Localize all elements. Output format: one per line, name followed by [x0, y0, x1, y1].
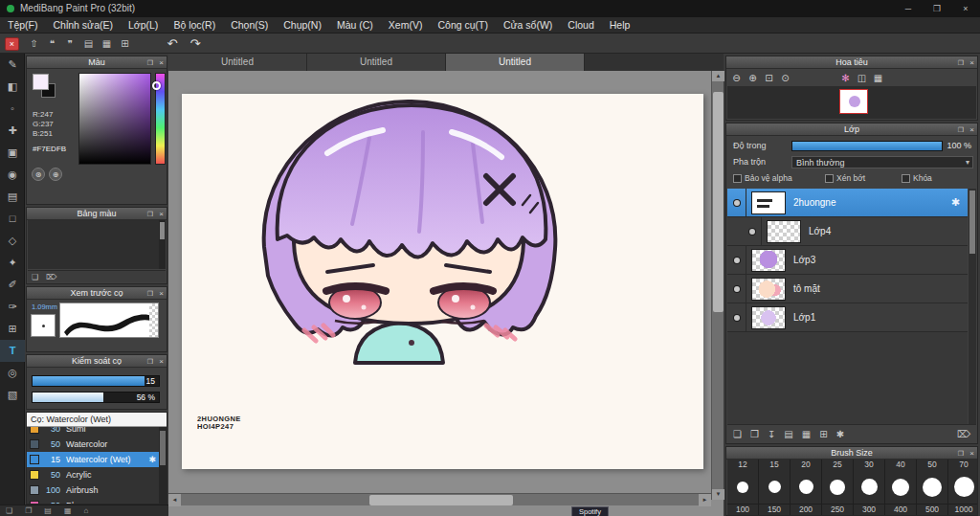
text-tool[interactable]: T: [0, 340, 25, 362]
fit-window-icon[interactable]: ⊡: [761, 72, 777, 85]
close-panel-icon[interactable]: ×: [159, 208, 164, 220]
brush-size-option[interactable]: 500: [917, 505, 947, 516]
status-icon-1[interactable]: ❏: [6, 505, 12, 516]
menu-color[interactable]: Màu (C): [329, 17, 381, 33]
zoom-out-icon[interactable]: ⊖: [728, 72, 745, 85]
layer-settings-gear-icon[interactable]: ✱: [951, 196, 960, 209]
undo-button[interactable]: ↶: [161, 36, 184, 52]
magic-wand-tool[interactable]: ✦: [0, 252, 25, 274]
navigator-preview-area[interactable]: [727, 86, 976, 119]
brush-settings-gear-icon[interactable]: ✱: [148, 455, 156, 464]
scroll-down-arrow[interactable]: ▼: [712, 489, 724, 500]
brush-size-option[interactable]: 50: [917, 460, 947, 504]
layer-row[interactable]: Lớp3: [727, 246, 968, 275]
zoom-actual-icon[interactable]: ⊙: [777, 72, 793, 85]
saturation-value-picker[interactable]: [78, 73, 151, 165]
menu-tools[interactable]: Công cụ(T): [430, 17, 496, 33]
maximize-button[interactable]: ❐: [923, 0, 951, 17]
layer-row[interactable]: tô mặt: [727, 275, 968, 303]
menu-snap[interactable]: Chụp(N): [276, 17, 329, 33]
layer-visibility-toggle[interactable]: [727, 275, 746, 303]
layer-list-scrollbar[interactable]: [969, 189, 976, 425]
status-icon-4[interactable]: ▦: [64, 505, 72, 516]
brush-size-option[interactable]: 250: [822, 505, 853, 516]
layer-row[interactable]: Lớp4: [727, 217, 968, 246]
layer-visibility-toggle[interactable]: [727, 246, 746, 275]
popout-icon[interactable]: ❐: [147, 208, 153, 220]
new-layer-icon[interactable]: ❏: [733, 429, 742, 439]
grid-view-icon[interactable]: ▦: [870, 72, 886, 85]
close-document-button[interactable]: ×: [5, 37, 19, 51]
duplicate-layer-icon[interactable]: ❐: [750, 429, 759, 439]
vertical-scroll-thumb[interactable]: [713, 92, 724, 312]
brush-size-option[interactable]: 1000: [948, 505, 978, 516]
menu-edit[interactable]: Chỉnh sửa(E): [46, 17, 121, 33]
brush-item[interactable]: 50 Watercolor: [27, 437, 159, 452]
brush-size-option[interactable]: 40: [885, 460, 916, 504]
menu-select[interactable]: Chọn(S): [223, 17, 276, 33]
tab-untitled-3-active[interactable]: Untitled: [446, 54, 585, 71]
delete-palette-icon[interactable]: ⌦: [46, 271, 56, 282]
close-panel-icon[interactable]: ×: [159, 56, 164, 69]
brush-size-option[interactable]: 12: [727, 460, 758, 504]
lasso-tool[interactable]: ◇: [0, 230, 25, 252]
close-panel-icon[interactable]: ×: [969, 123, 974, 136]
brush-item[interactable]: 100 Airbrush: [27, 482, 159, 498]
brush-size-option[interactable]: 30: [854, 460, 884, 504]
menu-help[interactable]: Help: [602, 17, 638, 33]
layer-visibility-toggle[interactable]: [727, 189, 746, 217]
brush-size-option[interactable]: 15: [759, 460, 790, 504]
color-wheel-icon[interactable]: ⊛: [32, 168, 45, 181]
list-icon[interactable]: ▦: [98, 36, 116, 52]
close-panel-icon[interactable]: ×: [159, 355, 164, 368]
fill-tool[interactable]: ▣: [0, 142, 25, 164]
popout-icon[interactable]: ❐: [958, 123, 964, 136]
close-panel-icon[interactable]: ×: [969, 447, 974, 460]
popout-icon[interactable]: ❐: [147, 355, 153, 368]
menu-cloud[interactable]: Cloud: [560, 17, 601, 33]
operation-tool[interactable]: ⊞: [0, 318, 25, 340]
bucket-tool[interactable]: ◉: [0, 164, 25, 186]
navigator-thumbnail[interactable]: [839, 89, 868, 114]
menu-view[interactable]: Xem(V): [381, 17, 431, 33]
brush-size-option[interactable]: 400: [885, 505, 916, 516]
lock-checkbox[interactable]: Khóa: [902, 173, 932, 183]
foreground-color-swatch[interactable]: [33, 74, 49, 90]
comment-icon[interactable]: ❝: [43, 36, 61, 52]
transfer-layer-icon[interactable]: ↧: [768, 429, 775, 439]
brush-size-slider[interactable]: 15: [32, 375, 160, 387]
layer-visibility-toggle[interactable]: [743, 217, 762, 246]
protect-alpha-checkbox[interactable]: Bảo vệ alpha: [733, 173, 792, 183]
add-color-icon[interactable]: ⊕: [49, 168, 62, 181]
tab-untitled-1[interactable]: Untitled: [168, 54, 307, 71]
hand-tool[interactable]: ▧: [0, 384, 25, 406]
layer-settings-icon[interactable]: ✱: [836, 429, 844, 439]
spotify-taskbar-button[interactable]: Spotify: [571, 506, 609, 516]
comment-add-icon[interactable]: ❞: [61, 36, 79, 52]
brush-list-scrollbar[interactable]: [159, 427, 167, 504]
brush-size-option[interactable]: 300: [854, 505, 884, 516]
scroll-right-arrow[interactable]: ►: [699, 494, 711, 506]
gradient-tool[interactable]: ▤: [0, 186, 25, 208]
clipping-checkbox[interactable]: Xén bớt: [825, 173, 865, 183]
brush-opacity-slider[interactable]: 56 %: [32, 392, 160, 403]
opacity-slider[interactable]: [791, 141, 943, 151]
select-pen-tool[interactable]: ✐: [0, 274, 25, 296]
tab-untitled-2[interactable]: Untitled: [307, 54, 446, 71]
popout-icon[interactable]: ❐: [958, 56, 964, 69]
eraser-tool[interactable]: ◧: [0, 76, 25, 98]
brush-size-option[interactable]: 200: [791, 505, 821, 516]
eyedropper-tool[interactable]: ◎: [0, 362, 25, 384]
select-eraser-tool[interactable]: ✑: [0, 296, 25, 318]
move-tool[interactable]: ✚: [0, 120, 25, 142]
close-panel-icon[interactable]: ×: [159, 287, 164, 300]
grid-icon[interactable]: ⊞: [116, 36, 134, 52]
menu-layer[interactable]: Lớp(L): [121, 17, 166, 33]
brush-item[interactable]: 50 Blur: [27, 498, 159, 504]
brush-size-option[interactable]: 20: [791, 460, 821, 504]
brush-size-option[interactable]: 25: [822, 460, 853, 504]
menu-file[interactable]: Tệp(F): [0, 17, 46, 33]
menu-window[interactable]: Cửa sổ(W): [496, 17, 560, 33]
layer-visibility-toggle[interactable]: [727, 303, 746, 332]
popout-icon[interactable]: ❐: [958, 447, 964, 460]
